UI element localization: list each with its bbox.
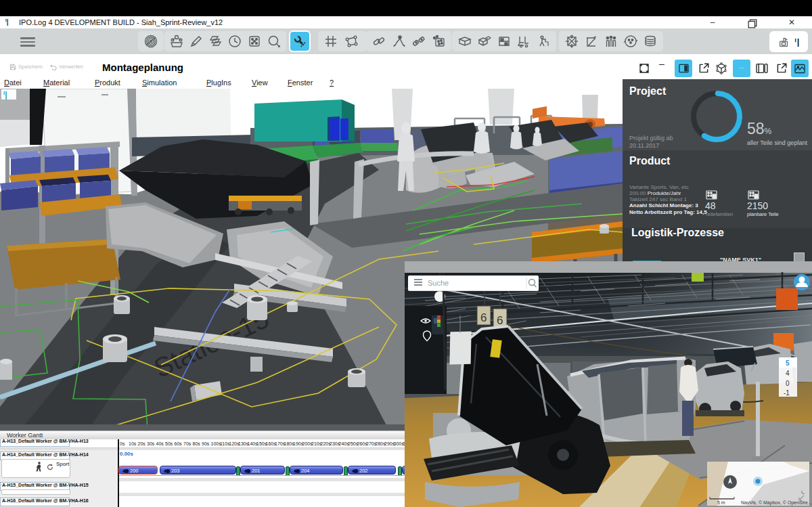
svg-text:-1: -1: [784, 389, 790, 397]
svg-text:5: 5: [786, 359, 790, 367]
svg-text:ⁱ|: ⁱ|: [3, 90, 7, 100]
svg-text:Suche: Suche: [428, 279, 449, 287]
svg-text:0: 0: [786, 380, 790, 387]
svg-text:4: 4: [786, 370, 790, 377]
svg-text:5 m: 5 m: [717, 500, 725, 505]
svg-text:6: 6: [480, 311, 487, 324]
svg-text:6: 6: [497, 314, 503, 327]
svg-text:NavVis, © Mapbox, © OpenStre..: NavVis, © Mapbox, © OpenStre...: [741, 500, 812, 506]
